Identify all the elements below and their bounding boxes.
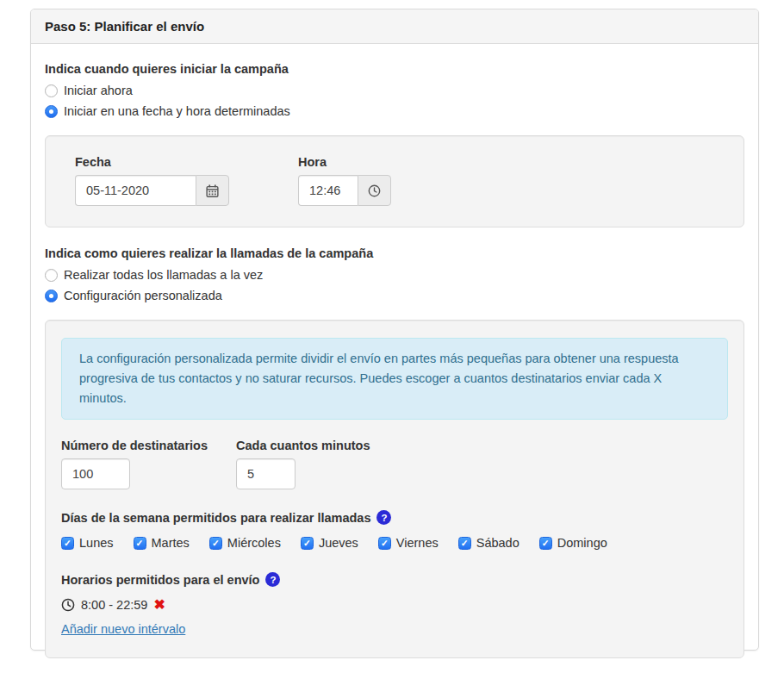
checkbox-label[interactable]: Domingo: [557, 536, 607, 550]
interval-row: 8:00 - 22:59 ✖: [61, 598, 728, 612]
hours-label-row: Horarios permitidos para el envío ?: [61, 572, 728, 587]
panel-body: Indica cuando quieres iniciar la campaña…: [31, 44, 758, 672]
checkbox-martes[interactable]: Martes: [134, 536, 190, 550]
radio-label[interactable]: Iniciar en una fecha y hora determinadas: [64, 104, 290, 118]
checkbox-domingo[interactable]: Domingo: [539, 536, 607, 550]
checkbox-checked-icon[interactable]: [458, 537, 471, 550]
minutes-label: Cada cuantos minutos: [236, 439, 370, 452]
radio-label[interactable]: Realizar todas los llamadas a la vez: [64, 268, 263, 282]
custom-config-box: La configuración personalizada permite d…: [45, 320, 744, 658]
help-icon[interactable]: ?: [265, 572, 280, 587]
clock-icon: [368, 184, 381, 197]
add-interval-link[interactable]: Añadir nuevo intérvalo: [61, 622, 185, 636]
radio-label[interactable]: Configuración personalizada: [64, 289, 222, 302]
help-icon[interactable]: ?: [376, 510, 391, 525]
checkbox-jueves[interactable]: Jueves: [301, 536, 358, 550]
checkbox-label[interactable]: Viernes: [396, 536, 439, 550]
mode-section-label: Indica como quieres realizar la llamadas…: [45, 246, 744, 260]
clock-icon: [61, 598, 75, 612]
radio-option-iniciar-fecha[interactable]: Iniciar en una fecha y hora determinadas: [45, 104, 744, 118]
minutes-field-group: Cada cuantos minutos: [236, 439, 370, 489]
checkbox-label[interactable]: Sábado: [476, 536, 520, 550]
checkbox-label[interactable]: Miércoles: [227, 536, 281, 550]
page-title: Paso 5: Planificar el envío: [45, 19, 744, 34]
radio-option-iniciar-ahora[interactable]: Iniciar ahora: [45, 84, 744, 97]
days-label: Días de la semana permitidos para realiz…: [61, 511, 370, 525]
checkbox-checked-icon[interactable]: [209, 537, 222, 550]
recipients-input[interactable]: [61, 458, 130, 489]
checkbox-lunes[interactable]: Lunes: [61, 536, 114, 550]
calendar-addon-button[interactable]: [196, 175, 229, 206]
time-field-group: Hora: [298, 155, 391, 206]
radio-icon-unchecked[interactable]: [45, 84, 58, 97]
checkbox-checked-icon[interactable]: [378, 537, 391, 550]
start-section-label: Indica cuando quieres iniciar la campaña: [45, 62, 744, 76]
checkbox-checked-icon[interactable]: [301, 537, 314, 550]
checkbox-checked-icon[interactable]: [61, 537, 74, 550]
radio-option-todas-a-la-vez[interactable]: Realizar todas los llamadas a la vez: [45, 268, 744, 282]
time-input[interactable]: [298, 175, 358, 206]
time-label: Hora: [298, 155, 391, 169]
throttle-form-row: Número de destinatarios Cada cuantos min…: [61, 439, 728, 489]
calendar-icon: [206, 184, 219, 197]
checkbox-label[interactable]: Lunes: [79, 536, 114, 550]
checkbox-miercoles[interactable]: Miércoles: [209, 536, 281, 550]
hours-label: Horarios permitidos para el envío: [61, 573, 259, 587]
radio-label[interactable]: Iniciar ahora: [64, 84, 133, 97]
minutes-input[interactable]: [236, 458, 296, 489]
radio-icon-checked[interactable]: [45, 105, 58, 118]
radio-icon-unchecked[interactable]: [45, 269, 58, 282]
time-input-group: [298, 175, 391, 206]
checkbox-label[interactable]: Martes: [152, 536, 190, 550]
radio-icon-checked[interactable]: [45, 290, 58, 302]
date-input[interactable]: [75, 175, 196, 206]
date-field-group: Fecha: [75, 155, 229, 206]
radio-option-configuracion-personalizada[interactable]: Configuración personalizada: [45, 289, 744, 302]
days-label-row: Días de la semana permitidos para realiz…: [61, 510, 728, 525]
date-label: Fecha: [75, 155, 229, 169]
step5-panel: Paso 5: Planificar el envío Indica cuand…: [30, 9, 759, 651]
recipients-field-group: Número de destinatarios: [61, 439, 236, 489]
checkbox-viernes[interactable]: Viernes: [378, 536, 439, 550]
checkbox-checked-icon[interactable]: [539, 537, 552, 550]
date-input-group: [75, 175, 229, 206]
checkbox-label[interactable]: Jueves: [319, 536, 358, 550]
remove-interval-icon[interactable]: ✖: [153, 598, 165, 612]
datetime-box: Fecha: [45, 135, 744, 227]
checkbox-checked-icon[interactable]: [134, 537, 146, 550]
checkbox-sabado[interactable]: Sábado: [458, 536, 520, 550]
panel-heading: Paso 5: Planificar el envío: [31, 9, 758, 44]
info-alert: La configuración personalizada permite d…: [61, 338, 728, 420]
clock-addon-button[interactable]: [358, 175, 391, 206]
interval-value: 8:00 - 22:59: [81, 598, 147, 612]
days-checkbox-row: Lunes Martes Miércoles Jueves Viernes: [61, 536, 728, 550]
recipients-label: Número de destinatarios: [61, 439, 236, 452]
